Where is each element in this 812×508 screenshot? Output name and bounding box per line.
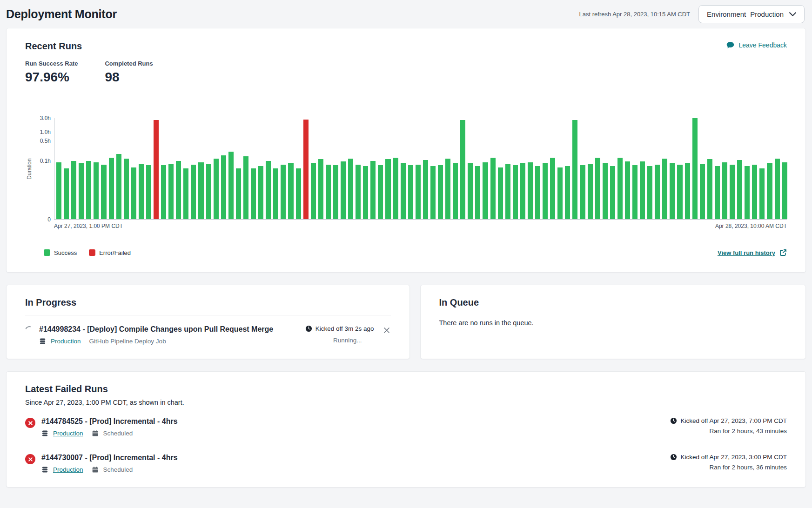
- chart-bar[interactable]: [513, 165, 518, 219]
- chart-bar[interactable]: [273, 168, 278, 219]
- chart-bar[interactable]: [146, 165, 151, 219]
- chart-bar[interactable]: [408, 165, 413, 219]
- chart-bar[interactable]: [580, 165, 585, 219]
- chart-bar[interactable]: [176, 161, 181, 219]
- chart-bar[interactable]: [572, 120, 577, 219]
- chart-bar[interactable]: [595, 158, 600, 219]
- chart-bar[interactable]: [767, 163, 772, 219]
- chart-bar[interactable]: [79, 163, 84, 219]
- chart-bar[interactable]: [281, 165, 286, 219]
- chart-bar[interactable]: [139, 164, 144, 219]
- chart-bar[interactable]: [393, 158, 398, 219]
- chart-bar[interactable]: [685, 163, 690, 219]
- chart-bar[interactable]: [505, 164, 510, 219]
- chart-bar[interactable]: [610, 166, 615, 219]
- chart-bar[interactable]: [258, 166, 263, 219]
- chart-bar[interactable]: [296, 168, 301, 219]
- chart-bar[interactable]: [445, 159, 450, 219]
- chart-bar[interactable]: [670, 163, 675, 219]
- chart-bar[interactable]: [236, 168, 241, 219]
- chart-bar[interactable]: [453, 163, 458, 219]
- chart-bar[interactable]: [251, 168, 256, 219]
- chart-bar[interactable]: [707, 159, 712, 219]
- chart-bar[interactable]: [318, 159, 323, 219]
- cancel-run-button[interactable]: [383, 326, 391, 336]
- view-full-run-history-link[interactable]: View full run history: [718, 249, 787, 256]
- chart-bar[interactable]: [588, 164, 593, 219]
- chart-bar[interactable]: [775, 159, 780, 219]
- chart-bar[interactable]: [647, 166, 652, 219]
- chart-bar[interactable]: [700, 164, 705, 219]
- chart-bar[interactable]: [154, 120, 159, 219]
- chart-bar[interactable]: [460, 120, 465, 219]
- chart-bar[interactable]: [401, 163, 406, 219]
- chart-bar[interactable]: [557, 167, 563, 219]
- chart-bar[interactable]: [326, 165, 331, 219]
- chart-bar[interactable]: [341, 161, 346, 219]
- chart-bar[interactable]: [655, 165, 660, 219]
- chart-bar[interactable]: [468, 163, 473, 219]
- chart-bar[interactable]: [356, 165, 361, 219]
- chart-bar[interactable]: [183, 168, 188, 219]
- chart-bar[interactable]: [759, 168, 765, 219]
- chart-bar[interactable]: [423, 160, 428, 219]
- chart-bar[interactable]: [745, 166, 750, 219]
- chart-bar[interactable]: [161, 165, 166, 219]
- chart-bar[interactable]: [378, 165, 383, 219]
- chart-bar[interactable]: [692, 118, 698, 219]
- chart-bar[interactable]: [603, 163, 608, 219]
- chart-bar[interactable]: [677, 165, 682, 219]
- chart-bar[interactable]: [333, 165, 338, 219]
- chart-bar[interactable]: [416, 165, 421, 219]
- leave-feedback-link[interactable]: Leave Feedback: [726, 41, 787, 49]
- chart-bar[interactable]: [722, 162, 727, 219]
- chart-bar[interactable]: [221, 155, 226, 219]
- environment-dropdown[interactable]: Environment Production: [698, 5, 805, 23]
- chart-bar[interactable]: [625, 161, 630, 219]
- chart-bar[interactable]: [266, 161, 271, 219]
- chart-bar[interactable]: [64, 168, 69, 219]
- production-link[interactable]: Production: [53, 466, 83, 473]
- chart-bar[interactable]: [498, 167, 503, 219]
- chart-bar[interactable]: [86, 161, 91, 219]
- chart-bar[interactable]: [94, 162, 99, 219]
- chart-bar[interactable]: [475, 166, 480, 219]
- chart-bar[interactable]: [640, 161, 645, 219]
- chart-bar[interactable]: [168, 164, 174, 219]
- chart-bar[interactable]: [198, 162, 203, 219]
- chart-bar[interactable]: [288, 163, 293, 219]
- chart-bar[interactable]: [520, 163, 525, 219]
- chart-bar[interactable]: [550, 158, 555, 219]
- chart-bar[interactable]: [737, 160, 742, 219]
- chart-bar[interactable]: [214, 159, 219, 219]
- chart-bar[interactable]: [116, 154, 121, 219]
- production-link[interactable]: Production: [53, 430, 83, 437]
- chart-bar[interactable]: [228, 152, 234, 219]
- chart-bar[interactable]: [370, 161, 376, 219]
- chart-bar[interactable]: [311, 163, 316, 219]
- chart-bar[interactable]: [206, 164, 211, 219]
- chart-bar[interactable]: [543, 163, 548, 219]
- chart-bar[interactable]: [109, 158, 114, 219]
- chart-bar[interactable]: [782, 162, 787, 219]
- chart-bar[interactable]: [617, 158, 623, 219]
- chart-bar[interactable]: [438, 165, 443, 219]
- chart-bar[interactable]: [752, 165, 757, 219]
- chart-bar[interactable]: [565, 166, 570, 219]
- chart-bar[interactable]: [348, 159, 353, 219]
- chart-bar[interactable]: [191, 165, 196, 219]
- chart-bar[interactable]: [243, 156, 248, 219]
- chart-bar[interactable]: [101, 165, 106, 219]
- production-link[interactable]: Production: [51, 338, 81, 345]
- chart-bar[interactable]: [535, 166, 540, 219]
- chart-bar[interactable]: [56, 162, 61, 219]
- chart-bar[interactable]: [483, 162, 488, 219]
- chart-bar[interactable]: [385, 159, 390, 219]
- chart-bar[interactable]: [715, 166, 720, 219]
- chart-bar[interactable]: [303, 120, 309, 219]
- chart-bar[interactable]: [632, 165, 638, 219]
- chart-bar[interactable]: [430, 166, 436, 219]
- chart-bar[interactable]: [490, 158, 496, 219]
- chart-bar[interactable]: [124, 159, 129, 219]
- chart-bar[interactable]: [363, 166, 368, 219]
